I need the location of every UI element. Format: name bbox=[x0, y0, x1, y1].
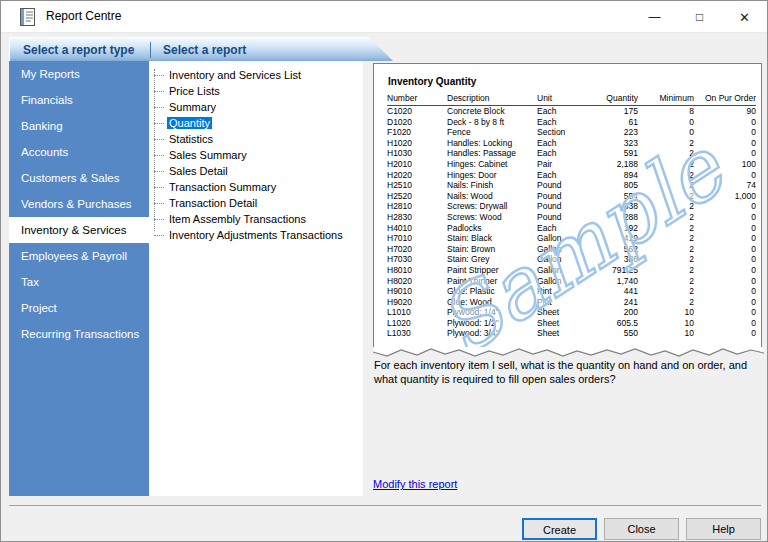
table-row: H2020Hinges: DoorEach89420 bbox=[387, 170, 756, 181]
table-row: H8020Paint ThinnerGallon1,74020 bbox=[387, 276, 756, 287]
table-cell: 61 bbox=[583, 117, 638, 128]
table-cell: Screws: Wood bbox=[447, 212, 537, 223]
table-row: L1030Plywood: 3/4"Sheet550100 bbox=[387, 328, 756, 339]
sidebar-item-vendors-purchases[interactable]: Vendors & Purchases bbox=[9, 191, 149, 217]
table-cell: 0 bbox=[694, 297, 756, 308]
sidebar-item-financials[interactable]: Financials bbox=[9, 87, 149, 113]
report-description: For each inventory item I sell, what is … bbox=[374, 358, 764, 386]
table-cell: H1030 bbox=[387, 148, 447, 159]
table-cell: Handles: Locking bbox=[447, 138, 537, 149]
report-item-label: Inventory Adjustments Transactions bbox=[167, 229, 345, 241]
table-cell: 0 bbox=[694, 127, 756, 138]
report-item-inventory-adjustments-transactions[interactable]: Inventory Adjustments Transactions bbox=[149, 227, 363, 243]
sidebar-item-employees-payroll[interactable]: Employees & Payroll bbox=[9, 243, 149, 269]
tab-separator bbox=[150, 42, 151, 58]
table-cell: Gallon bbox=[537, 265, 583, 276]
table-cell: Each bbox=[537, 170, 583, 181]
sidebar-item-my-reports[interactable]: My Reports bbox=[9, 61, 149, 87]
close-window-button[interactable]: ✕ bbox=[722, 1, 767, 33]
table-cell: 562 bbox=[583, 244, 638, 255]
report-item-statistics[interactable]: Statistics bbox=[149, 131, 363, 147]
sidebar-item-project[interactable]: Project bbox=[9, 295, 149, 321]
table-row: C1020Concrete BlockEach175890 bbox=[387, 106, 756, 117]
table-cell: 10 bbox=[638, 328, 694, 339]
sidebar-item-banking[interactable]: Banking bbox=[9, 113, 149, 139]
report-item-sales-detail[interactable]: Sales Detail bbox=[149, 163, 363, 179]
preview-report-title: Inventory Quantity bbox=[388, 76, 476, 87]
table-cell: 0 bbox=[694, 265, 756, 276]
minimize-button[interactable]: — bbox=[632, 1, 677, 33]
report-item-summary[interactable]: Summary bbox=[149, 99, 363, 115]
report-item-price-lists[interactable]: Price Lists bbox=[149, 83, 363, 99]
maximize-button[interactable]: □ bbox=[677, 1, 722, 33]
table-cell: H7020 bbox=[387, 244, 447, 255]
table-cell: 2 bbox=[638, 265, 694, 276]
sidebar-item-customers-sales[interactable]: Customers & Sales bbox=[9, 165, 149, 191]
table-cell: 791.25 bbox=[583, 265, 638, 276]
table-row: L1010Plywood: 1/4"Sheet200100 bbox=[387, 307, 756, 318]
table-cell: Handles: Passage bbox=[447, 148, 537, 159]
table-cell: 0 bbox=[694, 328, 756, 339]
table-cell: Plywood: 1/2" bbox=[447, 318, 537, 329]
table-cell: H9020 bbox=[387, 297, 447, 308]
sidebar-item-inventory-services[interactable]: Inventory & Services bbox=[9, 217, 149, 243]
close-button[interactable]: Close bbox=[604, 518, 679, 540]
table-row: D1020Deck - 8 by 8 ftEach6100 bbox=[387, 117, 756, 128]
table-cell: Each bbox=[537, 117, 583, 128]
table-row: H2830Screws: WoodPound28820 bbox=[387, 212, 756, 223]
table-cell: 2 bbox=[638, 180, 694, 191]
table-cell: 0 bbox=[638, 117, 694, 128]
bottom-separator bbox=[9, 505, 761, 506]
table-cell: 605.5 bbox=[583, 318, 638, 329]
report-tree: Inventory and Services ListPrice ListsSu… bbox=[149, 61, 363, 243]
preview-table: NumberDescriptionUnitQuantityMinimumOn P… bbox=[387, 92, 756, 339]
table-cell: Glue: Plastic bbox=[447, 286, 537, 297]
table-cell: 838 bbox=[583, 201, 638, 212]
report-item-label: Statistics bbox=[167, 133, 215, 145]
table-cell: 100 bbox=[694, 159, 756, 170]
table-cell: Gallon bbox=[537, 254, 583, 265]
modify-report-link[interactable]: Modify this report bbox=[373, 478, 457, 490]
table-cell: 200 bbox=[583, 307, 638, 318]
table-cell: 8 bbox=[638, 106, 694, 117]
report-item-label: Quantity bbox=[167, 117, 212, 129]
table-cell: 2 bbox=[638, 223, 694, 234]
report-item-inventory-and-services-list[interactable]: Inventory and Services List bbox=[149, 67, 363, 83]
table-cell: Glue: Wood bbox=[447, 297, 537, 308]
tab-header: Select a report type Select a report bbox=[9, 37, 393, 61]
table-cell: 805 bbox=[583, 180, 638, 191]
table-cell: Each bbox=[537, 138, 583, 149]
column-header-number: Number bbox=[387, 92, 447, 105]
table-cell: Plywood: 1/4" bbox=[447, 307, 537, 318]
table-cell: Sheet bbox=[537, 328, 583, 339]
report-item-item-assembly-transactions[interactable]: Item Assembly Transactions bbox=[149, 211, 363, 227]
report-item-transaction-detail[interactable]: Transaction Detail bbox=[149, 195, 363, 211]
table-row: H7030Stain: GreyGallon38620 bbox=[387, 254, 756, 265]
sidebar-item-tax[interactable]: Tax bbox=[9, 269, 149, 295]
table-cell: Each bbox=[537, 223, 583, 234]
help-button[interactable]: Help bbox=[686, 518, 761, 540]
sidebar-item-accounts[interactable]: Accounts bbox=[9, 139, 149, 165]
table-cell: Gallon bbox=[537, 276, 583, 287]
report-preview: Inventory Quantity NumberDescriptionUnit… bbox=[373, 63, 762, 348]
titlebar: Report Centre — □ ✕ bbox=[1, 1, 767, 33]
report-item-transaction-summary[interactable]: Transaction Summary bbox=[149, 179, 363, 195]
table-row: H1020Handles: LockingEach32320 bbox=[387, 138, 756, 149]
table-cell: 0 bbox=[694, 223, 756, 234]
report-item-label: Inventory and Services List bbox=[167, 69, 303, 81]
table-cell: Sheet bbox=[537, 318, 583, 329]
table-cell: H4010 bbox=[387, 223, 447, 234]
table-cell: 10 bbox=[638, 318, 694, 329]
table-cell: 2,188 bbox=[583, 159, 638, 170]
column-header-description: Description bbox=[447, 92, 537, 105]
table-cell: H7030 bbox=[387, 254, 447, 265]
table-cell: Pound bbox=[537, 180, 583, 191]
table-cell: H2810 bbox=[387, 201, 447, 212]
sidebar-item-recurring-transactions[interactable]: Recurring Transactions bbox=[9, 321, 149, 347]
create-button[interactable]: Create bbox=[522, 518, 597, 540]
table-cell: 894 bbox=[583, 170, 638, 181]
table-cell: 2 bbox=[638, 254, 694, 265]
table-cell: L1020 bbox=[387, 318, 447, 329]
report-item-quantity[interactable]: Quantity bbox=[149, 115, 363, 131]
report-item-sales-summary[interactable]: Sales Summary bbox=[149, 147, 363, 163]
